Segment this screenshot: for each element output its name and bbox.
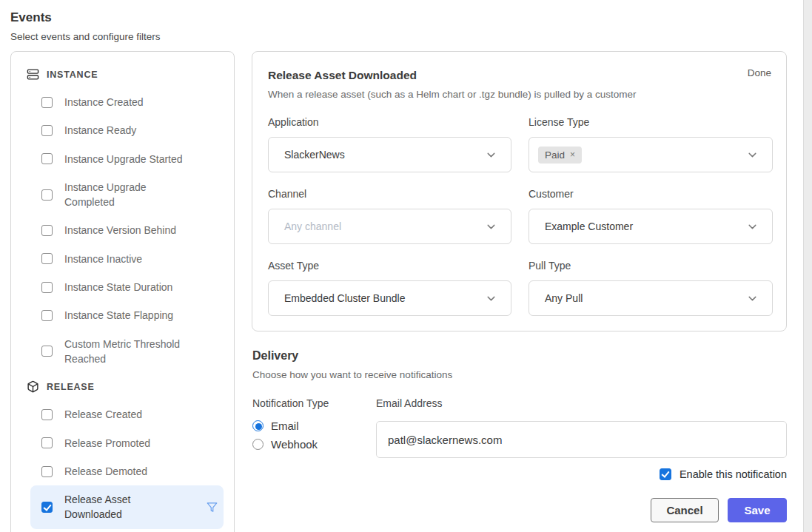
section-header-release: RELEASE bbox=[27, 380, 234, 393]
email-address-input[interactable] bbox=[376, 421, 787, 458]
radio-label: Webhook bbox=[271, 438, 318, 451]
events-sidebar: INSTANCE Instance Created Instance Ready… bbox=[10, 51, 235, 532]
notification-type-group: Notification Type Email Webhook bbox=[252, 397, 376, 458]
pull-type-select[interactable]: Any Pull bbox=[529, 280, 773, 316]
customer-select[interactable]: Example Customer bbox=[529, 209, 773, 244]
filter-config-card: Release Asset Downloaded When a release … bbox=[252, 51, 787, 331]
event-row-custom-metric-threshold[interactable]: Custom Metric Threshold Reached bbox=[30, 330, 224, 374]
event-row-instance-upgrade-started[interactable]: Instance Upgrade Started bbox=[30, 145, 224, 173]
save-button[interactable]: Save bbox=[728, 498, 787, 522]
event-row-instance-ready[interactable]: Instance Ready bbox=[30, 116, 224, 144]
section-label: INSTANCE bbox=[47, 70, 98, 80]
checkbox-unchecked[interactable] bbox=[41, 466, 53, 477]
field-channel: Channel Any channel bbox=[268, 188, 511, 244]
event-row-instance-upgrade-completed[interactable]: Instance Upgrade Completed bbox=[30, 173, 224, 217]
chevron-down-icon bbox=[485, 220, 497, 233]
filter-funnel-icon[interactable] bbox=[207, 502, 218, 513]
radio-selected-icon[interactable] bbox=[252, 420, 264, 431]
checkbox-unchecked[interactable] bbox=[41, 189, 53, 201]
radio-webhook[interactable]: Webhook bbox=[252, 438, 376, 451]
tag-label: Paid bbox=[545, 149, 565, 161]
select-value: Paid × bbox=[545, 147, 746, 164]
checkbox-unchecked[interactable] bbox=[41, 253, 53, 264]
field-label: Pull Type bbox=[529, 260, 773, 272]
tag-paid: Paid × bbox=[538, 147, 582, 164]
events-page: Events Select events and configure filte… bbox=[0, 0, 812, 532]
done-button[interactable]: Done bbox=[748, 67, 771, 78]
cancel-button[interactable]: Cancel bbox=[651, 498, 719, 522]
field-label: License Type bbox=[529, 116, 773, 128]
event-label: Release Created bbox=[64, 407, 142, 422]
checkbox-unchecked[interactable] bbox=[41, 409, 53, 420]
event-label: Release Demoted bbox=[64, 464, 147, 479]
delivery-title: Delivery bbox=[252, 349, 787, 363]
section-header-instance: INSTANCE bbox=[27, 68, 234, 81]
checkbox-unchecked[interactable] bbox=[41, 97, 53, 108]
section-label: RELEASE bbox=[47, 382, 95, 392]
event-row-instance-state-duration[interactable]: Instance State Duration bbox=[30, 273, 224, 301]
event-row-release-asset-downloaded[interactable]: Release Asset Downloaded bbox=[30, 485, 224, 529]
field-pull-type: Pull Type Any Pull bbox=[529, 260, 773, 316]
radio-label: Email bbox=[271, 420, 299, 432]
event-row-instance-version-behind[interactable]: Instance Version Behind bbox=[30, 216, 224, 244]
chevron-down-icon bbox=[485, 292, 497, 305]
radio-email[interactable]: Email bbox=[252, 420, 376, 432]
event-label: Release Asset Downloaded bbox=[64, 492, 190, 522]
enable-notification-label: Enable this notification bbox=[680, 468, 787, 480]
enable-notification-row[interactable]: Enable this notification bbox=[660, 468, 787, 480]
event-row-release-created[interactable]: Release Created bbox=[30, 400, 224, 428]
email-address-group: Email Address bbox=[376, 397, 787, 458]
event-label: Instance Inactive bbox=[64, 252, 142, 266]
field-label: Application bbox=[268, 116, 511, 128]
event-label: Instance Upgrade Completed bbox=[64, 180, 199, 210]
scrollbar-track[interactable] bbox=[803, 0, 812, 532]
field-label: Customer bbox=[529, 188, 773, 200]
delivery-section: Delivery Choose how you want to receive … bbox=[252, 349, 787, 458]
license-type-select[interactable]: Paid × bbox=[529, 137, 773, 172]
event-label: Custom Metric Threshold Reached bbox=[64, 337, 199, 367]
select-value: Any Pull bbox=[545, 292, 746, 304]
checkbox-unchecked[interactable] bbox=[41, 346, 53, 357]
remove-tag-icon[interactable]: × bbox=[570, 149, 575, 160]
application-select[interactable]: SlackerNews bbox=[268, 137, 511, 172]
chevron-down-icon bbox=[746, 220, 759, 233]
page-title: Events bbox=[10, 10, 161, 25]
chevron-down-icon bbox=[485, 149, 497, 161]
channel-select[interactable]: Any channel bbox=[268, 209, 511, 244]
footer-buttons: Cancel Save bbox=[651, 498, 787, 522]
field-asset-type: Asset Type Embedded Cluster Bundle bbox=[268, 260, 511, 316]
asset-type-select[interactable]: Embedded Cluster Bundle bbox=[268, 280, 511, 316]
email-address-label: Email Address bbox=[376, 397, 787, 409]
checkbox-unchecked[interactable] bbox=[41, 125, 53, 136]
event-row-instance-created[interactable]: Instance Created bbox=[30, 88, 224, 116]
radio-unselected-icon[interactable] bbox=[252, 439, 264, 450]
checkbox-checked[interactable] bbox=[41, 502, 53, 513]
select-value: SlackerNews bbox=[284, 149, 485, 161]
package-icon bbox=[27, 380, 39, 393]
field-license-type: License Type Paid × bbox=[529, 116, 773, 172]
field-application: Application SlackerNews bbox=[268, 116, 511, 172]
event-row-instance-state-flapping[interactable]: Instance State Flapping bbox=[30, 301, 224, 329]
event-label: Release Promoted bbox=[64, 436, 150, 451]
field-label: Channel bbox=[268, 188, 511, 200]
chevron-down-icon bbox=[746, 292, 759, 305]
chevron-down-icon bbox=[746, 149, 759, 161]
delivery-subtitle: Choose how you want to receive notificat… bbox=[252, 369, 787, 380]
enable-notification-checkbox[interactable] bbox=[660, 468, 671, 480]
checkbox-unchecked[interactable] bbox=[41, 225, 53, 236]
select-value: Example Customer bbox=[545, 220, 746, 232]
checkbox-unchecked[interactable] bbox=[41, 153, 53, 164]
select-placeholder: Any channel bbox=[284, 220, 485, 232]
checkbox-unchecked[interactable] bbox=[41, 437, 53, 448]
filter-card-title: Release Asset Downloaded bbox=[268, 69, 771, 82]
event-row-release-demoted[interactable]: Release Demoted bbox=[30, 457, 224, 485]
checkbox-unchecked[interactable] bbox=[41, 282, 53, 293]
event-row-release-promoted[interactable]: Release Promoted bbox=[30, 429, 224, 457]
event-label: Instance State Duration bbox=[64, 280, 172, 294]
event-label: Instance Upgrade Started bbox=[64, 152, 183, 166]
notification-type-label: Notification Type bbox=[252, 397, 376, 409]
event-label: Instance State Flapping bbox=[64, 308, 173, 323]
checkbox-unchecked[interactable] bbox=[41, 310, 53, 321]
page-subtitle: Select events and configure filters bbox=[10, 31, 161, 42]
event-row-instance-inactive[interactable]: Instance Inactive bbox=[30, 245, 224, 273]
